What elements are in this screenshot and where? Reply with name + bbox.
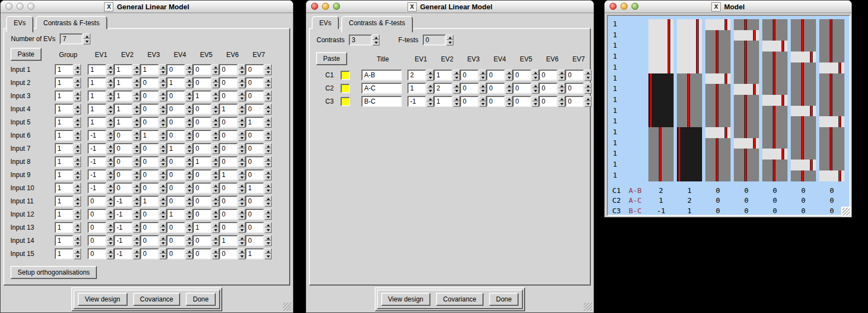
ev5-value-up-button[interactable]	[212, 143, 219, 149]
ev5-value-input[interactable]: 0	[193, 248, 211, 259]
group-value-down-button[interactable]	[74, 175, 81, 180]
ev4-value-input[interactable]: 1	[166, 209, 185, 220]
contrast-ev4-value-up-button[interactable]	[505, 96, 513, 101]
ev1-value-up-button[interactable]	[107, 248, 114, 254]
ev2-value-up-button[interactable]	[133, 235, 140, 241]
group-value-up-button[interactable]	[74, 117, 81, 122]
ev2-value-down-button[interactable]	[133, 175, 140, 180]
ev6-value-input[interactable]: 0	[219, 143, 238, 154]
covariance-button[interactable]: Covariance	[436, 293, 484, 306]
group-value-input[interactable]: 1	[55, 169, 73, 180]
ev4-value-up-button[interactable]	[186, 104, 193, 109]
ev6-value-up-button[interactable]	[238, 235, 245, 241]
ev6-value-down-button[interactable]	[238, 122, 245, 128]
group-value-input[interactable]: 1	[55, 209, 73, 220]
ev4-value-down-button[interactable]	[186, 96, 193, 101]
ev3-value-up-button[interactable]	[159, 156, 166, 162]
titlebar[interactable]: X General Linear Model	[306, 1, 594, 13]
ev4-value-down-button[interactable]	[186, 149, 193, 154]
ev3-value-down-button[interactable]	[159, 227, 166, 233]
spin-down-button[interactable]	[446, 40, 453, 45]
ev2-value-up-button[interactable]	[133, 117, 140, 122]
ev6-value-down-button[interactable]	[238, 109, 245, 115]
ev5-value-down-button[interactable]	[212, 122, 219, 128]
ev4-value-up-button[interactable]	[186, 209, 193, 214]
ev3-value-up-button[interactable]	[159, 130, 166, 135]
ev5-value-up-button[interactable]	[212, 196, 219, 201]
resize-grip[interactable]	[841, 207, 851, 217]
ev7-value-input[interactable]: 1	[245, 183, 264, 194]
number-of-evs-input[interactable]: 7	[60, 33, 83, 44]
ev5-value-up-button[interactable]	[212, 248, 219, 254]
ev5-value-down-button[interactable]	[212, 254, 219, 259]
ev5-value-input[interactable]: 1	[193, 156, 211, 167]
group-value-up-button[interactable]	[74, 104, 81, 109]
ev7-value-input[interactable]: 0	[245, 90, 264, 101]
tab-evs[interactable]: EVs	[6, 16, 33, 32]
ev1-value-down-button[interactable]	[107, 122, 114, 128]
ev1-value-up-button[interactable]	[107, 143, 114, 149]
view-design-button[interactable]: View design	[78, 293, 128, 306]
ev7-value-up-button[interactable]	[265, 104, 272, 109]
ev6-value-up-button[interactable]	[238, 130, 245, 135]
contrast-ev6-value-input[interactable]: 0	[539, 96, 557, 107]
ev1-value-input[interactable]: 1	[88, 77, 106, 88]
ev3-value-up-button[interactable]	[159, 104, 166, 109]
spin-up-button[interactable]	[446, 35, 453, 40]
ev1-value-up-button[interactable]	[107, 130, 114, 135]
contrast-ev4-value-input[interactable]: 0	[486, 83, 505, 94]
ev6-value-up-button[interactable]	[238, 143, 245, 149]
ev3-value-down-button[interactable]	[159, 96, 166, 101]
ev4-value-up-button[interactable]	[186, 64, 193, 70]
ev7-value-input[interactable]: 0	[245, 77, 264, 88]
ev5-value-input[interactable]: 0	[193, 235, 211, 246]
ev1-value-input[interactable]: 0	[88, 235, 106, 246]
setup-orthogonalisations-button[interactable]: Setup orthogonalisations	[10, 266, 97, 279]
group-value-down-button[interactable]	[74, 83, 81, 88]
ev4-value-input[interactable]: 0	[166, 104, 185, 115]
ev1-value-input[interactable]: 0	[88, 248, 106, 259]
group-value-down-button[interactable]	[74, 214, 81, 220]
ev2-value-input[interactable]: -1	[114, 248, 133, 259]
ev5-value-up-button[interactable]	[212, 156, 219, 162]
ev4-value-up-button[interactable]	[186, 169, 193, 175]
resize-grip[interactable]	[584, 303, 592, 311]
contrast-ev1-value-up-button[interactable]	[427, 83, 434, 88]
ev4-value-input[interactable]: 0	[166, 64, 185, 75]
contrast-ev4-value-down-button[interactable]	[505, 101, 513, 107]
ev3-value-down-button[interactable]	[159, 109, 166, 115]
ev2-value-down-button[interactable]	[133, 254, 140, 259]
ev5-value-input[interactable]: 0	[193, 77, 211, 88]
ev4-value-input[interactable]: 0	[166, 248, 185, 259]
contrast-ev6-value-down-button[interactable]	[558, 75, 565, 81]
ev2-value-down-button[interactable]	[133, 241, 140, 246]
ev5-value-up-button[interactable]	[212, 209, 219, 214]
contrast-ev7-value-up-button[interactable]	[584, 83, 591, 88]
ev3-value-down-button[interactable]	[159, 135, 166, 141]
ev2-value-down-button[interactable]	[133, 188, 140, 194]
group-value-up-button[interactable]	[74, 64, 81, 70]
ev1-value-down-button[interactable]	[107, 149, 114, 154]
contrast-ev7-value-input[interactable]: 0	[565, 83, 584, 94]
ev6-value-input[interactable]: 0	[219, 130, 238, 141]
ev4-value-up-button[interactable]	[186, 222, 193, 227]
ev2-value-down-button[interactable]	[133, 109, 140, 115]
contrast-title-input[interactable]: A-B	[361, 70, 402, 81]
ev5-value-input[interactable]: 0	[193, 196, 211, 207]
ev7-value-up-button[interactable]	[265, 209, 272, 214]
ev3-value-input[interactable]: 0	[140, 104, 159, 115]
ev6-value-up-button[interactable]	[238, 156, 245, 162]
ev4-value-input[interactable]: 0	[166, 169, 185, 180]
contrast-ev3-value-down-button[interactable]	[479, 101, 486, 107]
ev3-value-down-button[interactable]	[159, 214, 166, 220]
ev5-value-down-button[interactable]	[212, 214, 219, 220]
ev6-value-up-button[interactable]	[238, 183, 245, 188]
group-value-input[interactable]: 1	[55, 156, 73, 167]
close-button[interactable]	[5, 3, 13, 10]
tab-contrasts-ftests[interactable]: Contrasts & F-tests	[341, 16, 413, 32]
group-value-down-button[interactable]	[74, 241, 81, 246]
ev5-value-input[interactable]: 0	[193, 143, 211, 154]
ev5-value-input[interactable]: 0	[193, 130, 211, 141]
contrast-title-input[interactable]: A-C	[361, 83, 402, 94]
ev4-value-down-button[interactable]	[186, 241, 193, 246]
